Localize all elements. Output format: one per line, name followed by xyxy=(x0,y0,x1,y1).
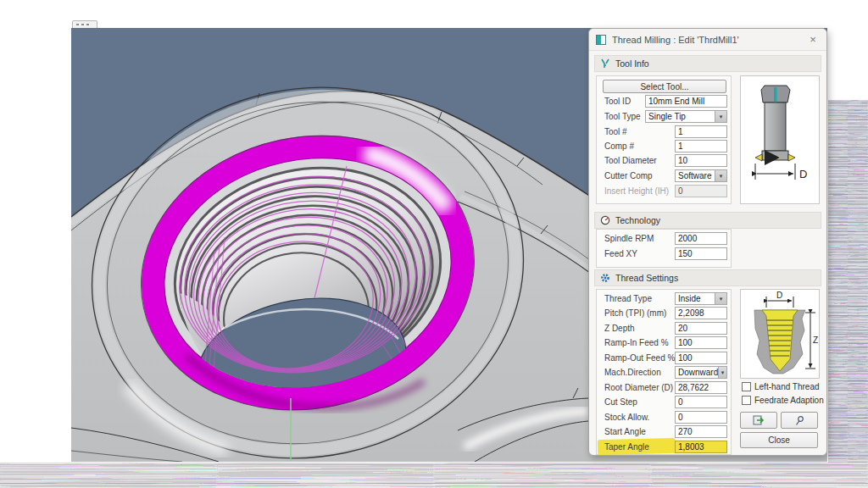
thread-diagram-image: D Z xyxy=(741,290,819,378)
left-hand-thread-checkbox[interactable] xyxy=(742,382,751,391)
apply-button[interactable] xyxy=(740,412,777,429)
thread-type-label: Thread Type xyxy=(604,294,652,303)
tool-id-input[interactable] xyxy=(645,95,727,108)
section-header-technology[interactable]: Technology xyxy=(594,212,821,229)
start-angle-label: Start Angle xyxy=(604,427,646,436)
section-header-thread-settings[interactable]: Thread Settings xyxy=(594,269,821,286)
pitch-label: Pitch (TPI) (mm) xyxy=(604,308,666,318)
cutter-comp-select[interactable]: Software ▾ xyxy=(675,169,727,182)
chevron-down-icon[interactable]: ▾ xyxy=(715,170,726,181)
dialog-title: Thread Milling : Edit 'ThrdMill1' xyxy=(612,35,806,45)
taper-angle-label: Taper Angle xyxy=(604,442,649,452)
comp-number-label: Comp # xyxy=(604,141,634,151)
spindle-rpm-input[interactable] xyxy=(675,232,727,245)
tool-diameter-input[interactable] xyxy=(675,154,727,167)
start-angle-input[interactable] xyxy=(675,425,727,438)
dialog-icon xyxy=(596,35,606,45)
tool-number-label: Tool # xyxy=(604,127,627,136)
z-depth-label: Z Depth xyxy=(604,324,635,333)
viewport-mini-toolbar[interactable] xyxy=(72,20,97,28)
glitch-noise-right xyxy=(828,100,868,488)
tool-number-input[interactable] xyxy=(675,125,727,138)
ramp-out-input[interactable] xyxy=(675,352,727,364)
feed-xy-label: Feed XY xyxy=(604,249,637,258)
select-tool-button[interactable]: Select Tool... xyxy=(603,80,726,93)
tool-diameter-label: Tool Diameter xyxy=(604,156,657,165)
chevron-down-icon[interactable]: ▾ xyxy=(715,111,726,122)
taper-angle-input[interactable] xyxy=(675,441,727,453)
feedrate-adaption-option[interactable]: Feedrate Adaption xyxy=(742,396,824,405)
thread-milling-dialog: Thread Milling : Edit 'ThrdMill1' × Tool… xyxy=(588,28,827,456)
technology-icon xyxy=(600,215,610,225)
cut-step-label: Cut Step xyxy=(604,397,637,407)
thread-diagram-box: D Z xyxy=(740,289,820,379)
pitch-input[interactable] xyxy=(675,307,727,319)
screen: Thread Milling : Edit 'ThrdMill1' × Tool… xyxy=(0,0,868,488)
feed-xy-input[interactable] xyxy=(675,247,727,260)
thread-settings-icon xyxy=(600,273,610,283)
ramp-in-input[interactable] xyxy=(675,336,727,349)
chevron-down-icon[interactable]: ▾ xyxy=(718,367,726,378)
mach-direction-label: Mach.Direction xyxy=(604,368,661,377)
close-icon[interactable]: × xyxy=(806,33,820,46)
left-hand-thread-option[interactable]: Left-hand Thread xyxy=(742,382,820,391)
apply-save-icon xyxy=(753,415,765,426)
comp-number-input[interactable] xyxy=(675,140,727,152)
ramp-out-label: Ramp-Out Feed % xyxy=(604,353,675,363)
tool-type-label: Tool Type xyxy=(604,112,641,121)
thread-type-select[interactable]: Inside ▾ xyxy=(675,292,727,305)
pin-icon xyxy=(794,415,804,426)
cut-step-input[interactable] xyxy=(675,396,727,408)
section-header-tool-info[interactable]: Tool Info xyxy=(594,55,821,72)
z-depth-input[interactable] xyxy=(675,322,727,335)
glitch-noise-bottom xyxy=(0,463,868,488)
insert-height-label: Insert Height (IH) xyxy=(604,186,669,196)
pin-button[interactable] xyxy=(781,412,818,429)
stock-allow-input[interactable] xyxy=(675,411,727,424)
tool-type-select[interactable]: Single Tip ▾ xyxy=(645,110,727,123)
root-diameter-label: Root Diameter (D) xyxy=(604,383,673,392)
ramp-in-label: Ramp-In Feed % xyxy=(604,338,669,347)
spindle-rpm-label: Spindle RPM xyxy=(604,234,654,243)
close-button[interactable]: Close xyxy=(740,432,818,448)
dialog-titlebar[interactable]: Thread Milling : Edit 'ThrdMill1' × xyxy=(589,29,826,51)
tool-id-label: Tool ID xyxy=(604,97,631,106)
thread-dim-d-label: D xyxy=(776,291,782,300)
cutter-comp-label: Cutter Comp xyxy=(604,171,653,180)
feedrate-adaption-checkbox[interactable] xyxy=(742,396,751,405)
root-diameter-input[interactable] xyxy=(675,381,727,394)
mach-direction-select[interactable]: Downward ▾ xyxy=(675,366,727,379)
stock-allow-label: Stock Allow. xyxy=(604,413,649,422)
thread-dim-z-label: Z xyxy=(813,336,818,345)
chevron-down-icon[interactable]: ▾ xyxy=(715,293,726,304)
tool-info-icon xyxy=(600,58,610,69)
insert-height-input xyxy=(675,185,727,197)
